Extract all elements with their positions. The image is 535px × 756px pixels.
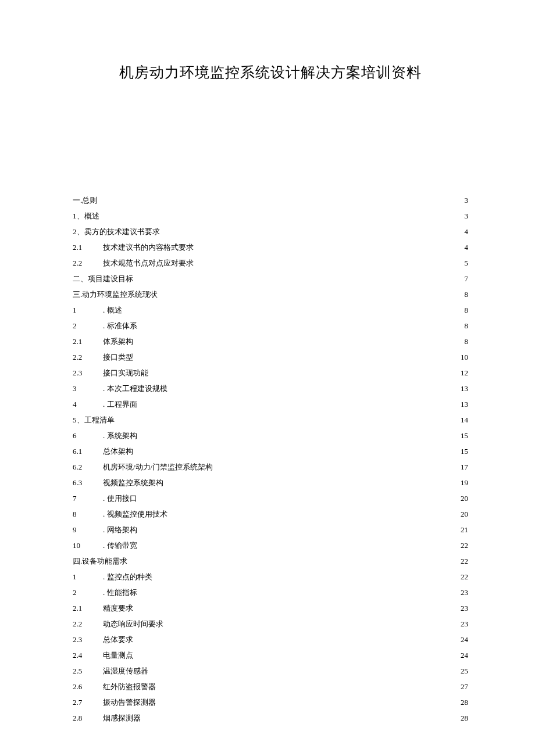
toc-row: 2. 性能指标23 (73, 585, 468, 600)
table-of-contents: 一.总则31、概述32、卖方的技术建议书要求42.1技术建议书的内容格式要求42… (73, 192, 468, 726)
toc-number: 6.1 (73, 443, 92, 459)
toc-row: 三.动力环境监控系统现状8 (73, 286, 468, 302)
toc-number: 1 (73, 569, 92, 585)
toc-row: 2.3接口实现功能12 (73, 365, 468, 381)
toc-label: . 性能指标 (103, 585, 137, 600)
toc-number: 2.6 (73, 679, 92, 694)
toc-page-number: 10 (459, 349, 468, 365)
toc-leader-dots (145, 713, 458, 721)
toc-leader-dots (165, 227, 462, 234)
toc-label: . 监控点的种类 (103, 569, 152, 585)
toc-page-number: 25 (459, 663, 468, 679)
toc-label: 概述 (84, 208, 99, 224)
toc-row: 一.总则3 (73, 192, 468, 208)
toc-page-number: 3 (463, 208, 469, 224)
toc-row: 2.1技术建议书的内容格式要求4 (73, 239, 468, 255)
toc-page-number: 4 (463, 239, 469, 255)
toc-leader-dots (138, 603, 458, 611)
toc-page-number: 8 (463, 286, 469, 302)
toc-label: 视频监控系统架构 (103, 475, 163, 490)
toc-page-number: 13 (459, 396, 468, 412)
toc-row: 6.3视频监控系统架构19 (73, 475, 468, 490)
toc-leader-dots (102, 195, 462, 203)
toc-number: 5、 (73, 412, 84, 428)
toc-row: 2.2技术规范书点对点应对要求5 (73, 255, 468, 271)
toc-leader-dots (127, 305, 462, 313)
toc-leader-dots (104, 211, 462, 218)
toc-number: 2.2 (73, 255, 92, 271)
toc-label: 接口类型 (103, 349, 133, 365)
toc-leader-dots (138, 336, 462, 344)
toc-row: 1. 概述8 (73, 302, 468, 318)
toc-leader-dots (142, 321, 462, 328)
toc-label: 总则 (82, 192, 97, 208)
toc-page-number: 23 (459, 616, 468, 632)
toc-label: 机房环境/动力/门禁监控系统架构 (103, 459, 213, 475)
toc-leader-dots (142, 525, 459, 532)
document-page: 机房动力环境监控系统设计解决方案培训资料 一.总则31、概述32、卖方的技术建议… (0, 0, 535, 756)
toc-leader-dots (198, 242, 462, 250)
toc-label: 总体架构 (103, 443, 133, 459)
toc-leader-dots (153, 368, 458, 375)
toc-number: 2.4 (73, 647, 92, 663)
toc-number: 2.1 (73, 334, 92, 349)
toc-number: 2.3 (73, 632, 92, 647)
toc-row: 2.2动态响应时间要求23 (73, 616, 468, 632)
toc-label: . 系统架构 (103, 428, 137, 443)
toc-leader-dots (168, 619, 458, 626)
toc-number: 四. (73, 553, 82, 569)
toc-row: 8. 视频监控使用技术20 (73, 506, 468, 522)
toc-label: . 本次工程建设规模 (103, 381, 167, 396)
page-title: 机房动力环境监控系统设计解决方案培训资料 (73, 63, 468, 82)
toc-label: . 标准体系 (103, 318, 137, 334)
toc-row: 2.6红外防盗报警器27 (73, 679, 468, 694)
toc-label: 工程清单 (84, 412, 115, 428)
toc-page-number: 21 (459, 522, 468, 538)
toc-page-number: 24 (459, 632, 468, 647)
toc-number: 9 (73, 522, 92, 538)
toc-leader-dots (138, 274, 462, 281)
toc-number: 1 (73, 302, 92, 318)
toc-page-number: 22 (459, 553, 468, 569)
toc-label: 卖方的技术建议书要求 (84, 224, 160, 239)
toc-page-number: 22 (459, 569, 468, 585)
toc-page-number: 22 (459, 538, 468, 553)
toc-number: 2 (73, 318, 92, 334)
toc-row: 2.3总体要求24 (73, 632, 468, 647)
toc-page-number: 15 (459, 443, 468, 459)
toc-number: 6.3 (73, 475, 92, 490)
toc-page-number: 15 (459, 428, 468, 443)
toc-number: 2.7 (73, 694, 92, 710)
toc-page-number: 28 (459, 694, 468, 710)
toc-row: 1. 监控点的种类22 (73, 569, 468, 585)
toc-leader-dots (138, 446, 458, 454)
toc-page-number: 23 (459, 600, 468, 616)
toc-leader-dots (172, 509, 459, 517)
toc-leader-dots (142, 431, 459, 438)
toc-leader-dots (132, 556, 458, 564)
toc-page-number: 7 (463, 271, 469, 286)
toc-page-number: 12 (459, 365, 468, 381)
toc-row: 7. 使用接口20 (73, 490, 468, 506)
toc-label: . 使用接口 (103, 490, 137, 506)
toc-page-number: 13 (459, 381, 468, 396)
toc-number: 二、 (73, 271, 88, 286)
toc-number: 8 (73, 506, 92, 522)
toc-label: . 视频监控使用技术 (103, 506, 167, 522)
toc-leader-dots (142, 493, 459, 501)
toc-label: . 传输带宽 (103, 538, 137, 553)
toc-leader-dots (119, 415, 459, 422)
toc-label: 动力环境监控系统现状 (82, 286, 158, 302)
toc-page-number: 20 (459, 506, 468, 522)
toc-row: 2.4电量测点24 (73, 647, 468, 663)
toc-leader-dots (142, 587, 459, 595)
toc-page-number: 8 (463, 318, 469, 334)
toc-row: 1、概述3 (73, 208, 468, 224)
toc-number: 2.1 (73, 239, 92, 255)
toc-page-number: 28 (459, 710, 468, 726)
toc-row: 2.2接口类型10 (73, 349, 468, 365)
toc-page-number: 23 (459, 585, 468, 600)
toc-page-number: 19 (459, 475, 468, 490)
toc-number: 三. (73, 286, 82, 302)
toc-row: 5、工程清单14 (73, 412, 468, 428)
